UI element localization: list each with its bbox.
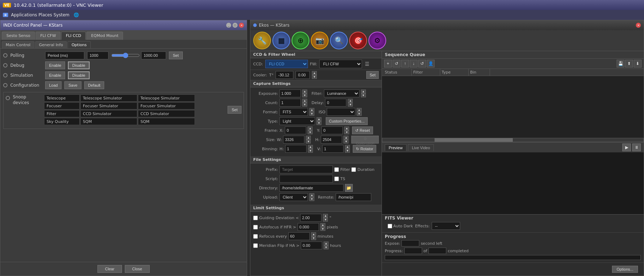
subtab-options[interactable]: Options [68, 41, 90, 48]
delay-input[interactable] [325, 99, 346, 107]
filter-check[interactable] [334, 167, 339, 172]
upload-selector[interactable]: Client [280, 193, 308, 201]
cooler-step-input[interactable] [296, 71, 310, 79]
target-tool-button[interactable]: 🎯 [349, 32, 367, 49]
seq-down-button[interactable]: ↓ [410, 60, 417, 67]
tab-sesto-senso[interactable]: Sesto Senso [2, 32, 35, 40]
x-spin-down[interactable]: ▼ [308, 130, 313, 134]
format-spin-up[interactable]: ▲ [309, 108, 314, 112]
ts-check[interactable] [334, 177, 339, 181]
effects-selector[interactable]: -- [432, 222, 460, 230]
live-video-tab-button[interactable]: Live Video [408, 144, 434, 151]
rotator-button[interactable]: ↻ Rotator [353, 145, 376, 153]
configuration-radio[interactable] [3, 83, 7, 87]
dashboard-tool-button[interactable]: ▦ [272, 32, 290, 49]
upload-spin-down[interactable]: ▼ [309, 197, 314, 201]
y-spin-up[interactable]: ▲ [344, 126, 349, 130]
delay-spin-up[interactable]: ▲ [348, 99, 353, 103]
type-spin-up[interactable]: ▲ [316, 117, 321, 121]
binv-spin-up[interactable]: ▲ [345, 145, 350, 149]
frame-x-input[interactable] [285, 126, 306, 134]
duration-check[interactable] [351, 167, 356, 172]
cooler-set-button[interactable]: Set [366, 71, 379, 79]
refocus-input[interactable] [288, 232, 310, 240]
seq-user-button[interactable]: 👤 [427, 60, 435, 67]
refocus-check[interactable] [253, 234, 258, 239]
y-spin-down[interactable]: ▼ [344, 130, 349, 134]
period-display[interactable] [141, 52, 166, 59]
binh-spin-up[interactable]: ▲ [308, 145, 313, 149]
calibration-button[interactable]: ⚙ Calibration [351, 136, 379, 144]
autofocus-spin-down[interactable]: ▼ [320, 227, 325, 231]
bin-v-input[interactable] [322, 145, 344, 153]
count-spin-up[interactable]: ▲ [302, 99, 307, 103]
filter-spin-down[interactable]: ▼ [361, 93, 366, 97]
upload-spin-up[interactable]: ▲ [309, 193, 314, 197]
debug-disable-button[interactable]: Disable [68, 61, 90, 69]
config-default-button[interactable]: Default [84, 81, 105, 89]
directory-input[interactable] [280, 184, 344, 192]
simulation-radio[interactable] [3, 73, 7, 77]
count-input[interactable] [280, 99, 301, 107]
autofocus-input[interactable] [298, 223, 319, 231]
guiding-dev-input[interactable] [300, 214, 321, 222]
cooler-spin-up[interactable]: ▲ [312, 71, 317, 75]
ccd-selector[interactable]: FLI CCD [265, 60, 308, 68]
period-ms-input[interactable] [45, 52, 84, 59]
refocus-spin-down[interactable]: ▼ [311, 236, 316, 240]
remote-input[interactable] [336, 193, 371, 201]
iso-selector[interactable] [327, 108, 355, 116]
type-selector[interactable]: Light [280, 117, 315, 125]
seq-import-button[interactable]: ⬇ [634, 60, 642, 67]
simulation-disable-button[interactable]: Disable [68, 71, 90, 79]
refocus-spin-up[interactable]: ▲ [311, 232, 316, 236]
filter-settings-button[interactable]: ☰ [364, 61, 370, 67]
indi-close-button[interactable]: ✕ [239, 23, 244, 28]
custom-properties-button[interactable]: Custom Properties... [326, 117, 368, 125]
seq-export-button[interactable]: ⬆ [625, 60, 633, 67]
filter-spin-up[interactable]: ▲ [361, 90, 366, 93]
period-slider[interactable] [111, 53, 140, 58]
format-selector[interactable]: FITS [280, 108, 308, 116]
meridian-check[interactable] [253, 243, 258, 248]
config-save-button[interactable]: Save [64, 81, 81, 89]
simulation-enable-button[interactable]: Enable [45, 71, 65, 79]
indi-close-button-footer[interactable]: Close [125, 265, 150, 273]
config-load-button[interactable]: Load [45, 81, 62, 89]
prefix-input[interactable] [280, 166, 333, 173]
w-spin-up[interactable]: ▲ [306, 136, 311, 140]
snoop-radio[interactable] [6, 96, 10, 100]
sequence-scrollbar-h[interactable] [382, 138, 644, 142]
indi-maximize-button[interactable]: □ [233, 23, 238, 28]
preview-pause-button[interactable]: ⏸ [632, 144, 641, 151]
debug-radio[interactable] [3, 63, 7, 67]
bin-h-input[interactable] [285, 145, 307, 153]
seq-save-button[interactable]: 💾 [617, 60, 624, 67]
guiding-dev-check[interactable] [253, 216, 258, 220]
size-w-input[interactable] [283, 136, 304, 144]
robot-tool-button[interactable]: ⚙ [368, 32, 386, 49]
polling-radio[interactable] [3, 53, 7, 58]
subtab-general-info[interactable]: General Info [35, 41, 67, 48]
delay-spin-down[interactable]: ▼ [348, 103, 353, 107]
menu-system[interactable]: System [53, 12, 69, 17]
autofocus-spin-up[interactable]: ▲ [320, 223, 325, 227]
format-spin-down[interactable]: ▼ [309, 112, 314, 116]
fw-selector[interactable]: FLI CFW [319, 60, 362, 68]
tab-fli-ccd[interactable]: FLI CCD [61, 32, 86, 40]
autofocus-check[interactable] [253, 225, 258, 229]
ekos-close-button[interactable]: ✕ [636, 23, 641, 28]
preview-play-button[interactable]: ▶ [622, 144, 631, 151]
menu-applications[interactable]: Applications [11, 12, 37, 17]
type-spin-down[interactable]: ▼ [316, 121, 321, 125]
seq-add-button[interactable]: + [384, 60, 392, 67]
binh-spin-down[interactable]: ▼ [308, 149, 313, 153]
directory-browse-button[interactable]: 📁 [345, 184, 353, 192]
indi-minimize-button[interactable]: _ [226, 23, 231, 28]
w-spin-down[interactable]: ▼ [306, 140, 311, 144]
options-button[interactable]: Options... [612, 266, 638, 273]
reset-button[interactable]: ↺ Reset [352, 126, 373, 134]
snoop-set-button[interactable]: Set [228, 106, 241, 114]
indi-clear-button[interactable]: Clear [97, 265, 122, 273]
meridian-spin-up[interactable]: ▲ [324, 242, 329, 245]
